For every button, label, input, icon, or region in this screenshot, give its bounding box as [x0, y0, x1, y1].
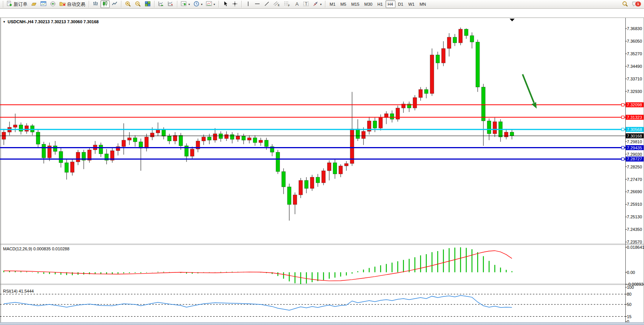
- fibonacci-tool-button[interactable]: F: [282, 0, 292, 8]
- chart-window[interactable]: 7.368307.360507.352707.344907.337107.329…: [0, 9, 644, 322]
- horizontal-line-tool-button[interactable]: [253, 0, 262, 8]
- candle-bear: [162, 130, 166, 136]
- candle-bull: [156, 130, 160, 133]
- timeframe-mn[interactable]: MN: [417, 0, 428, 8]
- window-bottom-edge: [0, 322, 644, 325]
- price-tick-label: 7.28250: [627, 165, 642, 169]
- candle-bear: [424, 90, 428, 94]
- price-tag-label: 7.32098: [627, 102, 642, 107]
- timeframe-m30[interactable]: M30: [362, 0, 375, 8]
- timeframe-w1[interactable]: W1: [406, 0, 417, 8]
- candle-bull: [247, 138, 251, 140]
- timeframe-h4[interactable]: H4: [386, 0, 395, 8]
- trendline-tool-button[interactable]: [262, 0, 271, 8]
- candle-bull: [70, 162, 74, 172]
- candle-bear: [207, 137, 211, 140]
- candle-bear: [167, 136, 171, 141]
- indicators-button[interactable]: ▾: [179, 0, 191, 8]
- line-handle[interactable]: [622, 104, 624, 106]
- candle-bull: [344, 163, 348, 166]
- candle-bull: [339, 166, 343, 174]
- candle-bear: [36, 132, 40, 144]
- tile-windows-icon: [145, 1, 151, 8]
- notifications-button[interactable]: 1: [630, 0, 640, 8]
- autotrading-button[interactable]: 自动交易: [58, 0, 87, 8]
- candle-bear: [42, 144, 46, 158]
- timeframe-d1[interactable]: D1: [396, 0, 406, 8]
- candle-bull: [128, 138, 131, 140]
- cursor-button[interactable]: [221, 0, 230, 8]
- candle-bear: [470, 35, 474, 42]
- crosshair-button[interactable]: [230, 0, 239, 8]
- toolbar-separator: [325, 1, 325, 8]
- timeframe-m5[interactable]: M5: [338, 0, 348, 8]
- equidistant-channel-icon: E: [273, 1, 280, 8]
- candle-bear: [287, 187, 291, 204]
- chart-collapse-icon[interactable]: ▼: [3, 20, 6, 24]
- candle-bull: [299, 180, 303, 195]
- price-tick-label: 7.36050: [627, 39, 642, 43]
- price-tick-label: 7.32930: [627, 89, 642, 94]
- chart-shift-button[interactable]: [166, 0, 175, 8]
- candle-bear: [276, 152, 280, 172]
- timeframe-h1[interactable]: H1: [375, 0, 385, 8]
- candle-bull: [213, 134, 217, 140]
- candle-bull: [430, 55, 434, 93]
- toolbar-grip: [2, 1, 4, 7]
- auto-scroll-button[interactable]: [156, 0, 166, 8]
- price-tick-label: 7.23570: [627, 240, 642, 244]
- vertical-line-tool-button[interactable]: [244, 0, 252, 8]
- text-tool-button[interactable]: A: [292, 0, 301, 8]
- signals-button[interactable]: [48, 0, 57, 8]
- arrows-shapes-icon: [312, 1, 319, 8]
- notification-badge: 1: [635, 1, 641, 7]
- dropdown-caret-icon: ▾: [188, 3, 190, 6]
- arrows-tool-button[interactable]: ▾: [311, 0, 323, 8]
- candle-bear: [487, 121, 491, 134]
- bar-chart-icon: [92, 1, 99, 8]
- candle-bull: [25, 126, 29, 131]
- horizontal-line-icon: [254, 1, 260, 8]
- timeframe-m15[interactable]: M15: [349, 0, 362, 8]
- candle-bear: [53, 146, 57, 152]
- toolbar-separator: [154, 1, 155, 8]
- line-handle[interactable]: [622, 146, 624, 149]
- label-tool-button[interactable]: T: [301, 0, 311, 8]
- chart-window-button[interactable]: [39, 0, 48, 8]
- line-handle[interactable]: [622, 116, 624, 118]
- chart-canvas[interactable]: 7.368307.360507.352707.344907.337107.329…: [0, 18, 644, 325]
- autotrading-icon: [59, 1, 66, 8]
- bar-chart-button[interactable]: [91, 0, 100, 8]
- candle-bear: [476, 42, 480, 87]
- autotrading-label: 自动交易: [67, 1, 85, 8]
- indicators-icon: [181, 1, 187, 8]
- new-order-button[interactable]: 新订单: [5, 0, 29, 8]
- templates-button[interactable]: ▾: [204, 0, 217, 8]
- zoom-out-button[interactable]: [133, 0, 143, 8]
- candle-bear: [133, 138, 137, 142]
- periods-button[interactable]: ▾: [192, 0, 204, 8]
- chart-window-icon: [40, 1, 46, 8]
- candle-bull: [350, 129, 354, 163]
- candle-bear: [99, 145, 103, 154]
- channel-tool-button[interactable]: E: [272, 0, 282, 8]
- line-chart-button[interactable]: [110, 0, 119, 8]
- candle-bull: [379, 118, 383, 128]
- candle-bear: [179, 135, 183, 146]
- candlestick-chart-button[interactable]: [100, 0, 110, 8]
- price-tick-label: 7.24350: [627, 227, 642, 232]
- candle-bear: [333, 163, 337, 174]
- zoom-in-button[interactable]: [123, 0, 133, 8]
- candle-bear: [373, 121, 377, 128]
- price-tick-label: 7.25130: [627, 215, 642, 219]
- search-button[interactable]: [620, 0, 630, 8]
- line-handle[interactable]: [622, 158, 624, 160]
- candle-bear: [59, 151, 63, 163]
- market-depth-button[interactable]: [29, 0, 38, 8]
- timeframe-m1[interactable]: M1: [327, 0, 338, 8]
- clock-icon: [193, 1, 199, 8]
- line-handle[interactable]: [622, 128, 624, 131]
- tile-windows-button[interactable]: [143, 0, 152, 8]
- candlestick-chart-icon: [102, 1, 108, 8]
- text-tool-icon: A: [294, 1, 300, 8]
